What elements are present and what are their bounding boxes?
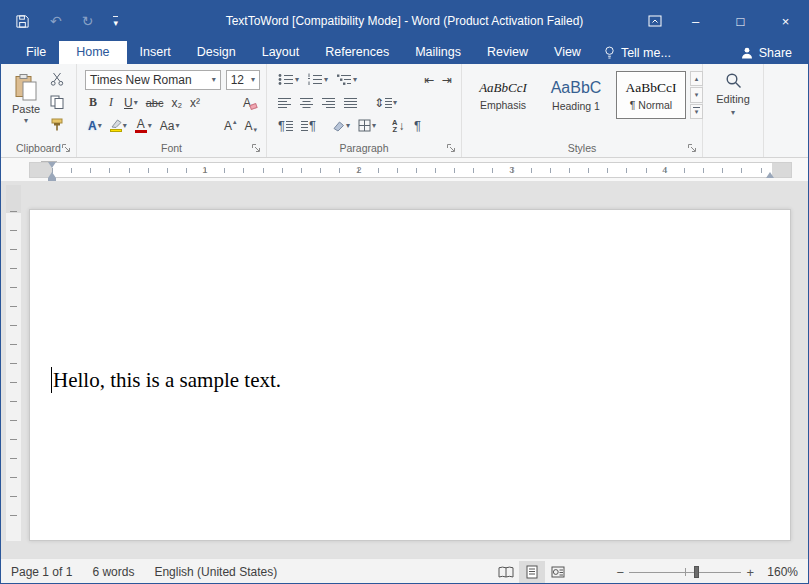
right-indent-marker[interactable] xyxy=(766,172,774,178)
style-emphasis[interactable]: AaBbCcI Emphasis xyxy=(470,71,536,119)
chevron-down-icon: ▾ xyxy=(175,122,179,130)
multilevel-list-button[interactable]: ▾ xyxy=(333,70,360,90)
paragraph-group: ▾ ▾ ▾ ⇤ ⇥ xyxy=(267,64,462,157)
bullets-button[interactable]: ▾ xyxy=(275,70,302,90)
tab-home[interactable]: Home xyxy=(59,41,126,64)
zoom-in-button[interactable]: + xyxy=(741,565,759,580)
font-dialog-launcher[interactable] xyxy=(251,142,262,153)
line-spacing-button[interactable]: ⇕ ▾ xyxy=(371,93,400,113)
shrink-font-button[interactable]: A ▾ xyxy=(241,116,260,136)
bold-button[interactable]: B xyxy=(85,93,101,113)
align-center-button[interactable] xyxy=(297,93,317,113)
word-count[interactable]: 6 words xyxy=(82,559,144,584)
text-effects-button[interactable]: A ▾ xyxy=(85,116,105,136)
tab-review[interactable]: Review xyxy=(474,41,541,64)
styles-scroll-down-button[interactable]: ▾ xyxy=(690,87,703,102)
tab-references[interactable]: References xyxy=(312,41,402,64)
shading-button[interactable]: ▾ xyxy=(329,116,353,136)
first-line-indent-marker[interactable] xyxy=(48,162,56,168)
language-indicator[interactable]: English (United States) xyxy=(144,559,287,584)
styles-dialog-launcher[interactable] xyxy=(687,142,698,153)
paste-button[interactable]: Paste ▾ xyxy=(7,69,45,141)
window-title: TextToWord [Compatibility Mode] - Word (… xyxy=(226,1,584,41)
format-painter-icon xyxy=(50,118,64,132)
underline-button[interactable]: U ▾ xyxy=(121,93,141,113)
subscript-button[interactable]: x₂ xyxy=(168,93,185,113)
horizontal-ruler[interactable]: 1 2 3 4 xyxy=(29,162,792,178)
superscript-button[interactable]: x² xyxy=(187,93,203,113)
font-group: Times New Roman ▾ 12 ▾ B I U ▾ abc x₂ x² xyxy=(77,64,267,157)
strikethrough-button[interactable]: abc xyxy=(143,93,167,113)
copy-button[interactable] xyxy=(47,92,67,112)
font-family-combo[interactable]: Times New Roman ▾ xyxy=(85,70,221,90)
minimize-button[interactable]: – xyxy=(673,1,718,41)
clear-formatting-button[interactable]: A xyxy=(240,93,260,113)
copy-icon xyxy=(50,95,64,109)
vertical-ruler[interactable] xyxy=(6,185,21,541)
font-size-combo[interactable]: 12 ▾ xyxy=(226,70,260,90)
page-indicator[interactable]: Page 1 of 1 xyxy=(1,559,82,584)
close-button[interactable]: × xyxy=(763,1,808,41)
web-layout-button[interactable] xyxy=(545,561,571,583)
right-to-left-button[interactable]: ¶ xyxy=(298,116,319,136)
ribbon-display-options-button[interactable] xyxy=(637,1,673,41)
paragraph-dialog-launcher[interactable] xyxy=(446,142,457,153)
justify-button[interactable] xyxy=(341,93,361,113)
document-area: Hello, this is a sample text. xyxy=(1,181,808,558)
style-heading-1[interactable]: AaBbC Heading 1 xyxy=(540,71,612,119)
share-button[interactable]: Share xyxy=(725,41,808,64)
web-layout-icon xyxy=(551,566,565,578)
print-layout-button[interactable] xyxy=(519,561,545,583)
save-icon xyxy=(15,14,30,29)
chevron-down-icon: ▾ xyxy=(324,76,328,84)
zoom-out-button[interactable]: − xyxy=(611,565,629,580)
tab-insert[interactable]: Insert xyxy=(127,41,184,64)
undo-button[interactable]: ↶ xyxy=(50,13,62,29)
plus-icon: + xyxy=(747,565,755,580)
clipboard-dialog-launcher[interactable] xyxy=(61,142,72,153)
numbering-button[interactable]: ▾ xyxy=(304,70,331,90)
document-page[interactable]: Hello, this is a sample text. xyxy=(29,209,791,541)
editing-menu-button[interactable]: Editing ▾ xyxy=(703,72,763,134)
minus-icon: − xyxy=(617,565,625,580)
tab-file[interactable]: File xyxy=(13,41,59,64)
show-hide-marks-button[interactable]: ¶ xyxy=(409,116,425,136)
cut-button[interactable] xyxy=(47,69,67,89)
increase-indent-button[interactable]: ⇥ xyxy=(439,70,455,90)
document-text[interactable]: Hello, this is a sample text. xyxy=(53,368,281,393)
customize-qat-button[interactable]: ▾ xyxy=(113,16,118,27)
styles-scroll-up-button[interactable]: ▴ xyxy=(690,71,703,86)
save-button[interactable] xyxy=(15,14,30,29)
read-mode-button[interactable] xyxy=(493,561,519,583)
font-color-button[interactable]: A ▾ xyxy=(132,116,155,136)
tab-view[interactable]: View xyxy=(541,41,594,64)
align-left-button[interactable] xyxy=(275,93,295,113)
grow-font-button[interactable]: A ▴ xyxy=(221,116,240,136)
dialog-launcher-icon xyxy=(251,143,261,153)
chevron-down-icon: ▾ xyxy=(123,122,127,130)
borders-button[interactable]: ▾ xyxy=(355,116,379,136)
zoom-level[interactable]: 160% xyxy=(759,565,808,579)
change-case-button[interactable]: Aa ▾ xyxy=(157,116,183,136)
tab-layout[interactable]: Layout xyxy=(249,41,313,64)
tell-me-box[interactable]: Tell me... xyxy=(594,41,681,64)
italic-button[interactable]: I xyxy=(103,93,119,113)
text-highlight-button[interactable]: ▾ xyxy=(107,116,130,136)
maximize-button[interactable]: □ xyxy=(718,1,763,41)
align-right-button[interactable] xyxy=(319,93,339,113)
style-normal[interactable]: AaBbCcI ¶ Normal xyxy=(616,71,686,119)
left-to-right-button[interactable]: ¶ xyxy=(275,116,296,136)
sort-button[interactable]: A Z ↓ xyxy=(389,116,407,136)
tab-mailings[interactable]: Mailings xyxy=(402,41,474,64)
zoom-slider-handle[interactable] xyxy=(694,566,699,578)
left-indent-marker[interactable] xyxy=(48,172,56,178)
chevron-down-icon: ▾ xyxy=(212,76,216,84)
style-name: Heading 1 xyxy=(552,100,600,112)
decrease-indent-button[interactable]: ⇤ xyxy=(421,70,437,90)
redo-button[interactable]: ↻ xyxy=(82,13,94,29)
zoom-slider[interactable] xyxy=(629,565,741,579)
styles-gallery-more-button[interactable]: ▾ xyxy=(690,104,703,119)
format-painter-button[interactable] xyxy=(47,115,67,135)
down-arrow-icon: ▾ xyxy=(695,91,699,98)
tab-design[interactable]: Design xyxy=(184,41,249,64)
